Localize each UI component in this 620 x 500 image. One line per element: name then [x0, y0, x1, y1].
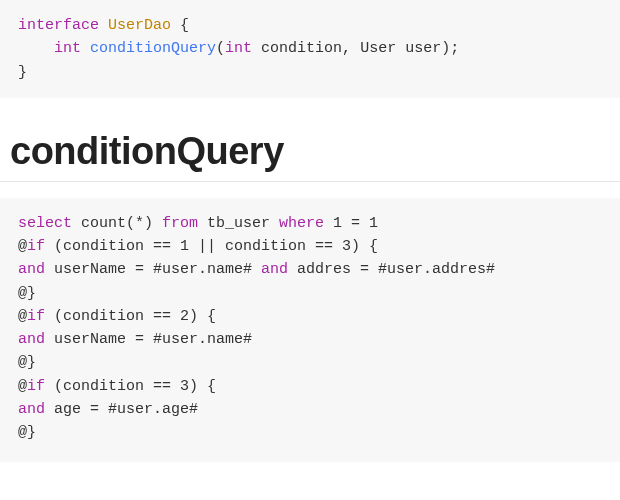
kw-if: if — [27, 308, 45, 325]
text: userName = #user.name# — [45, 331, 252, 348]
text: (condition == 3) { — [45, 378, 216, 395]
kw-if: if — [27, 238, 45, 255]
text: (condition == 2) { — [45, 308, 216, 325]
text: addres = #user.addres# — [288, 261, 495, 278]
param-type: int — [225, 40, 252, 57]
kw-and: and — [18, 401, 45, 418]
text: userName = #user.name# — [45, 261, 261, 278]
at-sign: @ — [18, 378, 27, 395]
text: age = #user.age# — [45, 401, 198, 418]
kw-from: from — [162, 215, 198, 232]
at-sign: @ — [18, 238, 27, 255]
text: tb_user — [198, 215, 279, 232]
params-close: ); — [441, 40, 459, 57]
close-block: @} — [18, 424, 36, 441]
text: (condition == 1 || condition == 3) { — [45, 238, 378, 255]
code-block-query: select count(*) from tb_user where 1 = 1… — [0, 198, 620, 463]
code-block-interface: interface UserDao { int conditionQuery(i… — [0, 0, 620, 98]
method-name: conditionQuery — [90, 40, 216, 57]
kw-and: and — [261, 261, 288, 278]
close-block: @} — [18, 354, 36, 371]
kw-where: where — [279, 215, 324, 232]
indent — [18, 40, 54, 57]
close-block: @} — [18, 285, 36, 302]
param-rest: condition, User user — [252, 40, 441, 57]
interface-name: UserDao — [108, 17, 171, 34]
at-sign: @ — [18, 308, 27, 325]
params-open: ( — [216, 40, 225, 57]
text: count(*) — [72, 215, 162, 232]
space — [99, 17, 108, 34]
kw-select: select — [18, 215, 72, 232]
text: 1 = 1 — [324, 215, 378, 232]
close-brace: } — [18, 64, 27, 81]
space — [81, 40, 90, 57]
return-type: int — [54, 40, 81, 57]
heading-section: conditionQuery — [0, 106, 620, 182]
kw-and: and — [18, 331, 45, 348]
kw-and: and — [18, 261, 45, 278]
open-brace: { — [171, 17, 189, 34]
keyword-interface: interface — [18, 17, 99, 34]
page-heading: conditionQuery — [10, 130, 610, 173]
kw-if: if — [27, 378, 45, 395]
